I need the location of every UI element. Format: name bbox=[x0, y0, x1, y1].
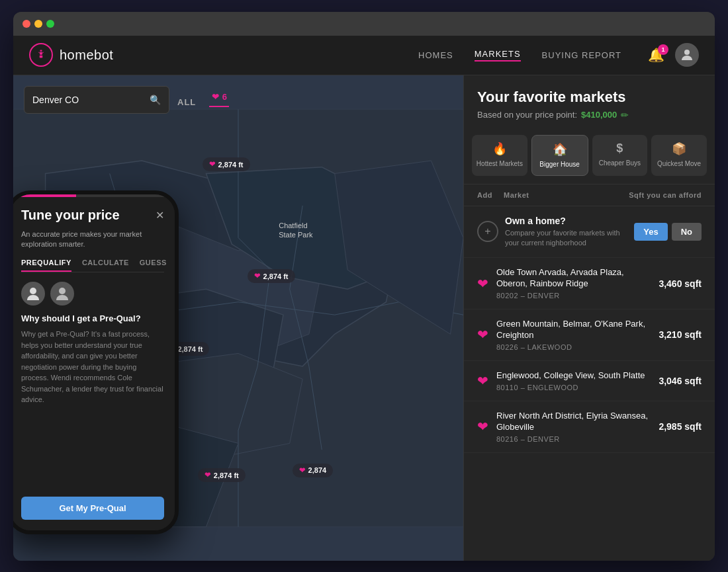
own-home-row: + Own a home? Compare your favorite mark… bbox=[464, 206, 715, 259]
tab-cheaper-buys[interactable]: $ Cheaper Buys bbox=[592, 135, 648, 176]
own-home-desc: Compare your favorite markets with your … bbox=[505, 228, 627, 249]
marker-6: ❤ 2,874 bbox=[293, 464, 334, 477]
market-name-2: Englewood, College View, South Platte bbox=[496, 370, 651, 382]
svg-rect-3 bbox=[42, 52, 44, 54]
market-item-1[interactable]: ❤ Green Mountain, Belmar, O'Kane Park, C… bbox=[464, 309, 715, 361]
market-zip-3: 80216 – DENVER bbox=[496, 435, 651, 443]
nav-markets[interactable]: MARKETS bbox=[475, 49, 521, 61]
marker-2: ❤ 2,874 ft bbox=[248, 269, 295, 283]
market-info-0: Olde Town Arvada, Arvada Plaza, Oberon, … bbox=[496, 267, 651, 300]
phone-body: Tune your price ✕ An accurate price make… bbox=[13, 190, 179, 534]
dollar-icon: $ bbox=[616, 142, 623, 155]
market-info-3: River North Art District, Elyria Swansea… bbox=[496, 411, 651, 443]
maximize-dot[interactable] bbox=[46, 20, 54, 28]
nav-buying-report[interactable]: BUYING REPORT bbox=[542, 50, 621, 60]
minimize-dot[interactable] bbox=[34, 20, 42, 28]
panel-header: Your favorite markets Based on your pric… bbox=[464, 75, 715, 127]
tab-hottest-markets[interactable]: 🔥 Hottest Markets bbox=[472, 135, 527, 176]
svg-rect-1 bbox=[40, 56, 43, 58]
house-icon: 🏠 bbox=[553, 142, 567, 157]
tab-guess[interactable]: GUESS bbox=[140, 259, 167, 272]
tab-quickest-move[interactable]: 📦 Quickest Move bbox=[651, 135, 707, 176]
phone-inner: Tune your price ✕ An accurate price make… bbox=[13, 197, 175, 530]
heart-underline bbox=[209, 106, 229, 107]
avatar-female bbox=[21, 282, 45, 306]
phone-avatars bbox=[21, 282, 164, 306]
market-list-header: Add Market Sqft you can afford bbox=[464, 184, 715, 206]
category-tabs: 🔥 Hottest Markets 🏠 Bigger House $ Cheap… bbox=[464, 127, 715, 184]
market-info-2: Englewood, College View, South Platte 80… bbox=[496, 370, 651, 391]
edit-price-icon[interactable]: ✏ bbox=[621, 110, 629, 120]
phone-overlay: Tune your price ✕ An accurate price make… bbox=[13, 190, 205, 561]
price-amount: $410,000 bbox=[581, 110, 617, 120]
market-sqft-1: 3,210 sqft bbox=[659, 329, 702, 340]
svg-rect-2 bbox=[38, 52, 40, 54]
filter-group: ALL ❤ 6 bbox=[177, 92, 229, 107]
avatar-male bbox=[50, 282, 74, 306]
box-icon: 📦 bbox=[672, 142, 686, 156]
phone-header: Tune your price ✕ bbox=[21, 208, 164, 223]
no-button[interactable]: No bbox=[672, 223, 702, 241]
nav-homes[interactable]: HOMES bbox=[418, 50, 453, 60]
avatar[interactable] bbox=[675, 43, 699, 67]
market-zip-2: 80110 – ENGLEWOOD bbox=[496, 384, 651, 391]
map-area: 🔍 ALL ❤ 6 bbox=[13, 75, 463, 561]
close-dot[interactable] bbox=[23, 20, 30, 28]
search-input[interactable] bbox=[32, 95, 150, 105]
notification-button[interactable]: 🔔 1 bbox=[648, 47, 664, 63]
search-bar: 🔍 ALL ❤ 6 bbox=[24, 86, 453, 114]
main-content: 🔍 ALL ❤ 6 bbox=[13, 75, 715, 561]
phone-tabs: PREQUALIFY CALCULATE GUESS bbox=[21, 259, 164, 272]
market-sqft-0: 3,460 sqft bbox=[659, 278, 702, 289]
browser-window: homebot HOMES MARKETS BUYING REPORT 🔔 1 bbox=[13, 12, 715, 561]
search-input-wrap: 🔍 bbox=[24, 86, 169, 114]
svg-point-5 bbox=[684, 50, 690, 55]
nav-links: HOMES MARKETS BUYING REPORT bbox=[418, 49, 621, 61]
heart-icon-2: ❤ bbox=[477, 373, 488, 389]
market-name-1: Green Mountain, Belmar, O'Kane Park, Cre… bbox=[496, 319, 651, 341]
yes-button[interactable]: Yes bbox=[634, 223, 667, 241]
heart-icon-1: ❤ bbox=[477, 327, 488, 343]
heart-icon-0: ❤ bbox=[477, 276, 488, 292]
own-home-title: Own a home? bbox=[505, 216, 627, 226]
market-sqft-2: 3,046 sqft bbox=[659, 376, 702, 386]
phone-cta-button[interactable]: Get My Pre-Qual bbox=[21, 497, 164, 520]
yes-no-buttons: Yes No bbox=[634, 223, 702, 241]
right-panel: Your favorite markets Based on your pric… bbox=[463, 75, 715, 561]
label-chatfield: ChatfieldState Park bbox=[279, 221, 312, 240]
fire-icon: 🔥 bbox=[492, 142, 507, 156]
brand-name: homebot bbox=[60, 48, 113, 63]
phone-title: Tune your price bbox=[21, 208, 149, 223]
filter-hearts[interactable]: ❤ 6 bbox=[209, 92, 229, 107]
market-zip-0: 80202 – DENVER bbox=[496, 292, 651, 300]
phone-body-text: Why get a Pre-Qual? It's a fast process,… bbox=[21, 329, 164, 485]
add-home-button[interactable]: + bbox=[477, 221, 498, 242]
svg-point-7 bbox=[30, 288, 36, 294]
nav-right: 🔔 1 bbox=[648, 43, 699, 67]
own-home-text: Own a home? Compare your favorite market… bbox=[505, 216, 627, 249]
market-name-0: Olde Town Arvada, Arvada Plaza, Oberon, … bbox=[496, 267, 651, 290]
traffic-lights bbox=[23, 20, 54, 28]
main-nav: homebot HOMES MARKETS BUYING REPORT 🔔 1 bbox=[13, 36, 715, 75]
phone-question: Why should I get a Pre-Qual? bbox=[21, 313, 164, 323]
svg-rect-4 bbox=[40, 50, 42, 52]
market-item-0[interactable]: ❤ Olde Town Arvada, Arvada Plaza, Oberon… bbox=[464, 258, 715, 309]
filter-all[interactable]: ALL bbox=[177, 97, 196, 107]
market-item-2[interactable]: ❤ Englewood, College View, South Platte … bbox=[464, 361, 715, 401]
notification-badge: 1 bbox=[658, 44, 668, 55]
brand-icon bbox=[29, 43, 53, 67]
phone-subtitle: An accurate price makes your market expl… bbox=[21, 229, 164, 250]
panel-subtitle: Based on your price point: $410,000 ✏ bbox=[477, 110, 702, 120]
phone-close-button[interactable]: ✕ bbox=[156, 209, 164, 222]
svg-point-0 bbox=[40, 52, 43, 56]
tab-bigger-house[interactable]: 🏠 Bigger House bbox=[531, 135, 588, 176]
market-item-3[interactable]: ❤ River North Art District, Elyria Swans… bbox=[464, 401, 715, 453]
search-icon: 🔍 bbox=[150, 95, 161, 105]
tab-calculate[interactable]: CALCULATE bbox=[82, 259, 129, 272]
heart-icon-3: ❤ bbox=[477, 419, 488, 434]
svg-point-8 bbox=[59, 288, 66, 294]
market-sqft-3: 2,985 sqft bbox=[659, 421, 702, 432]
tab-prequalify[interactable]: PREQUALIFY bbox=[21, 259, 71, 272]
market-zip-1: 80226 – LAKEWOOD bbox=[496, 343, 651, 351]
marker-1: ❤ 2,874 ft bbox=[203, 157, 250, 171]
